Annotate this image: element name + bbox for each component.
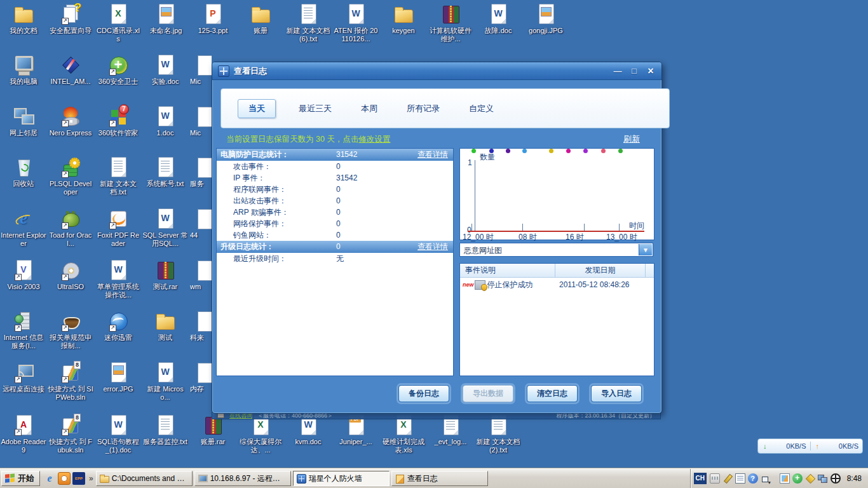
log-window-icon xyxy=(395,473,405,484)
log-chart: 数量 1 0 时间 12_00 时08 时16 时13_00 时 xyxy=(459,148,654,240)
file-icon xyxy=(198,310,212,332)
help-icon[interactable] xyxy=(748,473,758,484)
desktop-icon-partial[interactable]: wm xyxy=(190,259,212,300)
stats-row: 最近升级时间： 无 xyxy=(217,253,453,264)
time-filter-tab[interactable]: 本周 xyxy=(355,100,384,118)
close-button[interactable]: × xyxy=(646,65,656,77)
notepad-icon[interactable] xyxy=(735,473,745,484)
desktop-icon-partial[interactable]: 44 xyxy=(190,208,212,248)
stat-value: 31542 xyxy=(336,149,357,161)
stat-label: ARP 欺骗事件： xyxy=(217,208,289,217)
divider xyxy=(810,442,811,451)
desktop-icon-partial[interactable]: 科来 xyxy=(190,310,212,351)
chart-data-point xyxy=(583,149,588,153)
retention-notice-text: 当前设置日志保留天数为 30 天，点击 xyxy=(226,135,358,144)
system-tray: CH 8:48 xyxy=(690,469,868,488)
chart-data-point xyxy=(618,149,623,153)
event-row[interactable]: new 停止保护成功 2011-05-12 08:48:26 xyxy=(460,278,654,292)
chart-axis-tick xyxy=(584,224,585,231)
chart-ytick-1: 1 xyxy=(468,158,472,167)
taskbar-button-label: C:\Documents and Se... xyxy=(112,474,189,483)
stat-value: 无 xyxy=(336,253,344,264)
action-button[interactable]: 导出数据 xyxy=(463,385,513,402)
stat-label: 出站攻击事件： xyxy=(217,196,287,205)
time-filter-tab[interactable]: 当天 xyxy=(238,99,276,118)
chart-data-point xyxy=(549,149,553,153)
desktop-icon-partial[interactable]: Mic xyxy=(190,105,212,146)
desktop-icon-partial[interactable]: 内存 xyxy=(190,362,212,402)
file-icon xyxy=(198,259,212,281)
stat-label: 最近升级时间： xyxy=(217,254,287,263)
stat-label: 电脑防护日志统计： xyxy=(217,150,289,159)
new-badge: new xyxy=(463,281,474,288)
chart-axis-tick xyxy=(522,224,523,231)
refresh-link[interactable]: 刷新 xyxy=(623,133,640,145)
action-button[interactable]: 导入日志 xyxy=(591,385,642,402)
desktop-icon-label: Mic xyxy=(190,78,212,86)
internet-tray-icon[interactable] xyxy=(831,473,841,484)
chart-axis-tick xyxy=(619,224,620,231)
start-button[interactable]: 开始 xyxy=(1,471,40,486)
time-filter-tab[interactable]: 自定义 xyxy=(463,100,500,118)
minimize-button[interactable]: — xyxy=(613,66,623,76)
stat-value: 0 xyxy=(336,184,341,195)
event-date: 2011-05-12 08:48:26 xyxy=(559,280,630,289)
time-filter-tab[interactable]: 最近三天 xyxy=(292,100,338,118)
chart-data-point xyxy=(601,149,606,153)
event-text: 停止保护成功 xyxy=(487,280,533,290)
stats-row: IP 事件： 31542 xyxy=(217,172,453,184)
taskbar-button[interactable]: 查看日志 xyxy=(391,471,488,486)
action-button[interactable]: 备份日志 xyxy=(398,385,449,402)
quick-launch-overflow-chevron[interactable]: » xyxy=(89,474,93,483)
upload-speed: 0KB/S xyxy=(819,442,862,450)
net-speed-widget[interactable]: ↓ 0KB/S ↑ 0KB/S xyxy=(757,438,863,454)
view-details-link[interactable]: 查看详情 xyxy=(417,241,448,253)
column-header-date[interactable]: 发现日期 xyxy=(555,264,645,277)
network-connections-icon[interactable] xyxy=(818,473,828,484)
time-filter-tab[interactable]: 所有记录 xyxy=(400,100,446,118)
epp-icon[interactable] xyxy=(72,472,85,485)
tray-app-icons xyxy=(780,473,841,484)
chart-xtick-label: 13_00 时 xyxy=(606,232,637,243)
pen-icon[interactable] xyxy=(722,473,733,484)
event-table-header: 事件说明 发现日期 xyxy=(460,264,654,278)
stat-value: 0 xyxy=(336,195,341,207)
chart-data-point xyxy=(522,149,527,153)
maximize-button[interactable]: □ xyxy=(629,66,639,76)
restore-window-icon[interactable] xyxy=(761,473,771,484)
rising-firewall-icon xyxy=(296,473,306,484)
modify-settings-link[interactable]: 修改设置 xyxy=(358,135,390,144)
chart-type-dropdown[interactable]: 恶意网址图 xyxy=(459,243,653,257)
taskbar-button[interactable]: 瑞星个人防火墙 xyxy=(293,471,390,486)
view-details-link[interactable]: 查看详情 xyxy=(417,149,448,161)
stat-value: 31542 xyxy=(336,172,357,184)
taskbar-button[interactable]: C:\Documents and Se... xyxy=(96,471,193,486)
desktop-icon-label: wm xyxy=(190,283,212,291)
keyboard-icon[interactable] xyxy=(710,473,720,484)
desktop-icon-partial[interactable]: 服务 xyxy=(190,156,212,197)
stats-row: 网络保护事件： 0 xyxy=(217,218,453,229)
stat-label: 攻击事件： xyxy=(217,162,271,171)
360-safe-tray-icon[interactable] xyxy=(792,473,803,484)
chevron-down-icon[interactable] xyxy=(639,244,652,255)
tray-system-icons xyxy=(710,473,771,484)
taskbar-buttons: C:\Documents and Se... 10.168.6.97 - 远程桌… xyxy=(96,471,488,486)
chart-data-point xyxy=(489,149,494,153)
chart-y-axis-label: 数量 xyxy=(480,152,495,163)
column-header-spacer xyxy=(645,264,654,277)
file-icon xyxy=(198,208,212,229)
window-titlebar[interactable]: 查看日志 — □ × xyxy=(212,62,661,80)
rising-logo-icon xyxy=(218,65,229,77)
task-scheduler-icon[interactable] xyxy=(58,472,71,485)
yellow-diamond-tray-icon[interactable] xyxy=(805,473,815,484)
picture-tray-icon[interactable] xyxy=(780,473,790,484)
ie-quick-launch-icon[interactable] xyxy=(43,472,56,485)
action-button[interactable]: 清空日志 xyxy=(527,385,578,402)
stats-row: 攻击事件： 0 xyxy=(217,161,453,172)
taskbar-button[interactable]: 10.168.6.97 - 远程桌面 xyxy=(194,471,291,486)
desktop-icon-partial[interactable]: Mic xyxy=(190,54,212,95)
column-header-event[interactable]: 事件说明 xyxy=(460,264,555,277)
language-indicator[interactable]: CH xyxy=(694,473,707,484)
time-filter-tabs: 当天最近三天本周所有记录自定义 xyxy=(220,88,670,128)
desktop-icon-label: 44 xyxy=(190,231,212,240)
